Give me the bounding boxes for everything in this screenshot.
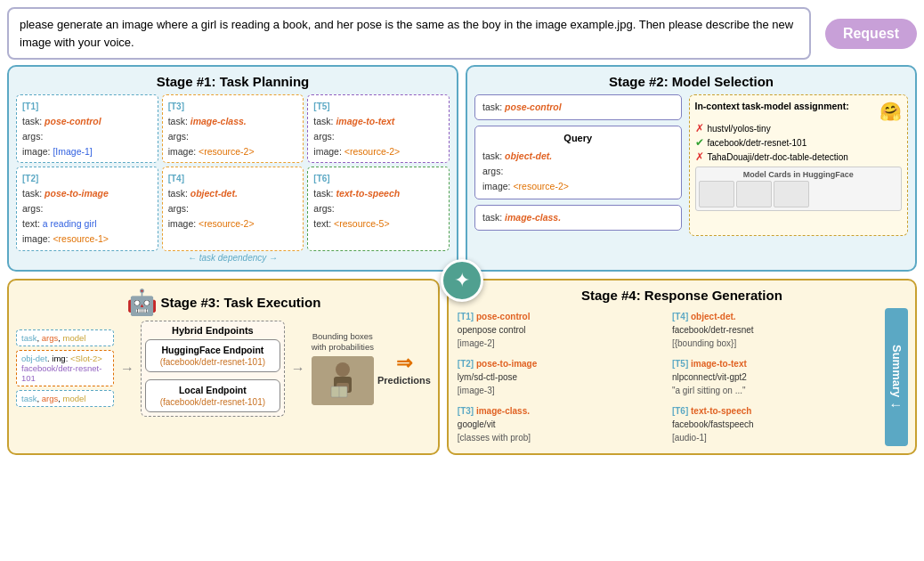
predictions-label: Predictions: [377, 375, 431, 386]
stage4-item-t5: [T5] image-to-text nlpconnect/vit-gpt2 "…: [670, 355, 881, 399]
request-text: please generate an image where a girl is…: [20, 18, 793, 49]
model-item-2: ✔ facebook/detr-resnet-101: [695, 136, 903, 149]
summary-arrow: Summary ↓: [885, 308, 908, 446]
stage3-left-cards: task, args, model obj-det. img: <Slot-2>…: [16, 329, 114, 407]
stage3-box: 🤖 Stage #3: Task Execution task, args, m…: [7, 279, 440, 455]
stage3-arrow-1: →: [120, 361, 134, 377]
task-card-t2: [T2] task: pose-to-image args: text: a r…: [16, 167, 158, 250]
x-icon-1: ✗: [695, 122, 704, 134]
stage1-title: Stage #1: Task Planning: [16, 74, 450, 89]
hybrid-endpoints-label: Hybrid Endpoints: [145, 325, 280, 336]
local-endpoint: Local Endpoint (facebook/detr-resnet-101…: [145, 379, 280, 412]
local-endpoint-sub: (facebook/detr-resnet-101): [153, 397, 272, 407]
stage2-model-col: In-context task-model assignment: 🤗 ✗ hu…: [689, 94, 909, 236]
stage3-title: Stage #3: Task Execution: [161, 295, 321, 310]
stage4-item-t6: [T6] text-to-speech facebook/fastspeech …: [670, 402, 881, 446]
stage2-query-col: task: pose-control Query task: object-de…: [474, 94, 682, 236]
girl-reading-image: [312, 356, 374, 405]
stage1-grid: [T1] task: pose-control args: image: [Im…: [16, 94, 450, 251]
hf-endpoint-title: HuggingFace Endpoint: [153, 345, 272, 355]
stage4-item-t1: [T1] pose-control openpose control [imag…: [456, 308, 667, 352]
model-cards-preview: Model Cards in HuggingFace: [695, 167, 903, 211]
stage3-card-1: task, args, model: [16, 329, 114, 346]
model-name-1: hustvl/yolos-tiny: [708, 124, 771, 134]
stage2-title: Stage #2: Model Selection: [474, 74, 908, 89]
model-col-title: In-context task-model assignment:: [695, 101, 849, 111]
hf-endpoint-sub: (facebook/detr-resnet-101): [153, 357, 272, 367]
task-dep-label: ← task dependency →: [16, 253, 450, 263]
query-box-bottom: task: image-class.: [474, 205, 682, 231]
stage4-item-t2: [T2] pose-to-image lym/sd-ctl-pose [imag…: [456, 355, 667, 399]
local-endpoint-title: Local Endpoint: [153, 385, 272, 395]
bb-label: Bounding boxeswith probabilities: [312, 331, 374, 354]
predictions-section: ⇒ Predictions: [377, 352, 431, 386]
request-text-box: please generate an image where a girl is…: [7, 7, 811, 60]
stage4-box: Stage #4: Response Generation [T1] pose-…: [447, 279, 917, 455]
stage3-center: Hybrid Endpoints HuggingFace Endpoint (f…: [141, 321, 285, 417]
stage3-card-3: task, args, model: [16, 390, 114, 407]
gpt-symbol: ✦: [454, 269, 470, 292]
stage4-grid: [T1] pose-control openpose control [imag…: [456, 308, 881, 446]
model-emoji: 🤗: [879, 101, 902, 122]
endpoints-wrapper: HuggingFace Endpoint (facebook/detr-resn…: [145, 339, 280, 412]
model-item-1: ✗ hustvl/yolos-tiny: [695, 122, 903, 134]
stage3-flow: task, args, model obj-det. img: <Slot-2>…: [16, 321, 431, 417]
query-box-main: Query task: object-det. args: image: <re…: [474, 126, 682, 199]
stage1-box: Stage #1: Task Planning [T1] task: pose-…: [7, 65, 458, 272]
stage2-inner: task: pose-control Query task: object-de…: [474, 94, 908, 236]
task-id-t5: [T5]: [313, 102, 329, 111]
model-cards-label: Model Cards in HuggingFace: [699, 170, 899, 179]
model-name-2: facebook/detr-resnet-101: [708, 138, 807, 148]
stages-top-row: Stage #1: Task Planning [T1] task: pose-…: [7, 65, 917, 272]
stage4-content: [T1] pose-control openpose control [imag…: [456, 308, 908, 446]
summary-label: Summary: [890, 345, 904, 397]
predictions-arrow-icon: ⇒: [396, 352, 412, 375]
check-icon-1: ✔: [695, 136, 704, 149]
stage2-box: Stage #2: Model Selection task: pose-con…: [466, 65, 917, 272]
task-card-t3: [T3] task: image-class. args: image: <re…: [162, 94, 304, 163]
robot-emoji: 🤖: [126, 288, 158, 317]
hybrid-endpoints-outer: Hybrid Endpoints HuggingFace Endpoint (f…: [141, 321, 285, 417]
svg-point-1: [336, 362, 350, 377]
task-card-t6: [T6] task: text-to-speech args: text: <r…: [307, 167, 450, 250]
stages-bottom-row: ✦ 🤖 Stage #3: Task Execution task, args,…: [7, 279, 917, 455]
task-id-t6: [T6]: [313, 174, 329, 183]
task-card-t1: [T1] task: pose-control args: image: [Im…: [16, 94, 158, 163]
task-id-t4: [T4]: [168, 174, 184, 183]
main-container: please generate an image where a girl is…: [0, 0, 924, 561]
gpt-center-icon: ✦: [441, 259, 483, 302]
query-box-top: task: pose-control: [474, 94, 682, 120]
huggingface-endpoint: HuggingFace Endpoint (facebook/detr-resn…: [145, 339, 280, 372]
summary-down-arrow: ↓: [888, 402, 904, 409]
stage4-title: Stage #4: Response Generation: [456, 288, 908, 303]
model-item-3: ✗ TahaDouaji/detr-doc-table-detection: [695, 150, 903, 163]
request-section: please generate an image where a girl is…: [7, 7, 917, 60]
stage4-item-t4: [T4] object-det. facebook/detr-resnet [{…: [670, 308, 881, 352]
task-id-t1: [T1]: [22, 102, 38, 111]
task-card-t5: [T5] task: image-to-text args: image: <r…: [307, 94, 450, 163]
stage4-item-t3: [T3] image-class. google/vit [classes wi…: [456, 402, 667, 446]
task-card-t4: [T4] task: object-det. args: image: <res…: [162, 167, 304, 250]
model-name-3: TahaDouaji/detr-doc-table-detection: [708, 152, 848, 162]
task-id-t3: [T3]: [168, 102, 184, 111]
task-id-t2: [T2]: [22, 174, 38, 183]
request-badge: Request: [825, 19, 917, 49]
stage3-card-2: obj-det. img: <Slot-2> facebook/detr-res…: [16, 350, 114, 386]
stage3-arrow-2: →: [291, 361, 305, 377]
stage3-header: 🤖 Stage #3: Task Execution: [16, 288, 431, 317]
bounding-section: Bounding boxeswith probabilities: [312, 331, 374, 406]
x-icon-2: ✗: [695, 150, 704, 163]
